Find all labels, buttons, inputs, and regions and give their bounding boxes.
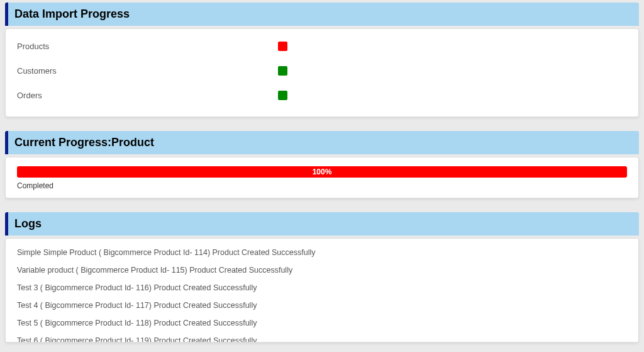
logs-title: Logs [5, 212, 639, 236]
import-row-customers: Customers [17, 59, 627, 83]
log-line: Simple Simple Product ( Bigcommerce Prod… [17, 244, 627, 261]
logs-body[interactable]: Simple Simple Product ( Bigcommerce Prod… [5, 238, 639, 343]
import-row-products: Products [17, 34, 627, 59]
import-label-orders: Orders [17, 91, 278, 100]
logs-panel: Logs Simple Simple Product ( Bigcommerce… [5, 212, 639, 343]
current-progress-title: Current Progress:Product [5, 131, 639, 154]
status-icon-products [278, 42, 287, 51]
log-line: Test 3 ( Bigcommerce Product Id- 116) Pr… [17, 279, 627, 297]
log-line: Variable product ( Bigcommerce Product I… [17, 261, 627, 279]
current-progress-panel: Current Progress:Product 100% Completed [5, 131, 639, 198]
log-line: Test 6 ( Bigcommerce Product Id- 119) Pr… [17, 332, 627, 343]
import-row-orders: Orders [17, 83, 627, 108]
progress-status-text: Completed [17, 181, 627, 190]
import-label-products: Products [17, 42, 278, 51]
status-icon-orders [278, 91, 287, 100]
import-label-customers: Customers [17, 66, 278, 76]
import-progress-title: Data Import Progress [5, 3, 639, 26]
current-progress-body: 100% Completed [5, 157, 639, 198]
progress-bar: 100% [17, 166, 627, 178]
log-line: Test 5 ( Bigcommerce Product Id- 118) Pr… [17, 314, 627, 332]
import-progress-body: Products Customers Orders [5, 28, 639, 117]
import-progress-panel: Data Import Progress Products Customers … [5, 3, 639, 117]
log-line: Test 4 ( Bigcommerce Product Id- 117) Pr… [17, 297, 627, 314]
status-icon-customers [278, 66, 287, 76]
